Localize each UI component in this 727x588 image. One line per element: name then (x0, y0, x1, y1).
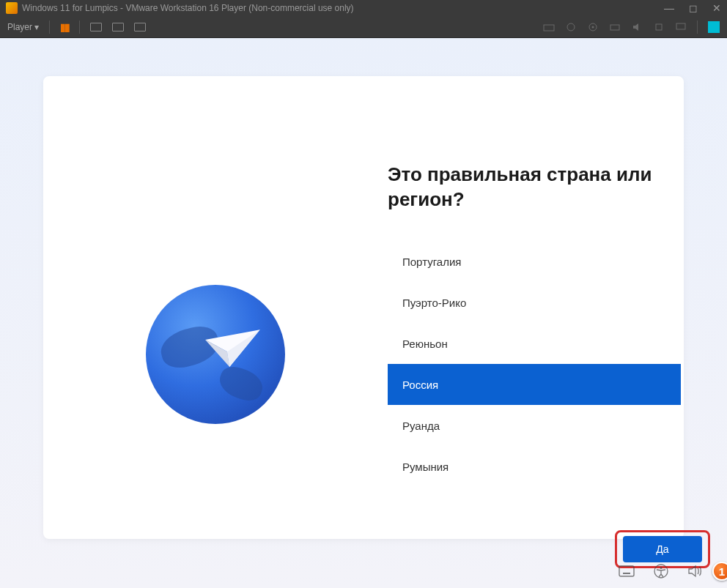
toolbar-separator (49, 21, 50, 34)
printer-icon[interactable] (609, 22, 621, 32)
send-ctrl-alt-del-icon[interactable] (90, 23, 102, 31)
volume-icon[interactable] (687, 565, 702, 581)
sound-icon[interactable] (631, 22, 643, 32)
network-adapter-icon[interactable] (543, 22, 555, 32)
oobe-footer (0, 562, 727, 584)
svg-rect-6 (676, 23, 685, 29)
list-item-selected[interactable]: Россия (388, 364, 681, 405)
svg-rect-4 (610, 25, 619, 30)
cd-icon[interactable] (587, 22, 599, 32)
unity-icon[interactable] (134, 23, 146, 31)
region-label: Россия (402, 379, 438, 391)
region-label: Румыния (402, 461, 449, 473)
oobe-panel: Это правильная страна или регион? Португ… (43, 76, 684, 539)
close-button[interactable]: ✕ (712, 2, 721, 14)
list-item[interactable]: Португалия (388, 241, 681, 282)
vmware-app-icon (6, 2, 18, 14)
paper-plane-icon (200, 319, 263, 375)
region-label: Руанда (402, 420, 440, 432)
toolbar-separator (79, 21, 80, 34)
region-label: Реюньон (402, 338, 448, 350)
list-item[interactable]: Румыния (388, 446, 681, 487)
svg-rect-5 (656, 24, 662, 30)
list-item[interactable]: Реюньон (388, 323, 681, 364)
globe-illustration (146, 285, 285, 424)
oobe-question: Это правильная страна или регион? (388, 163, 688, 212)
disk-icon[interactable] (565, 22, 577, 32)
list-item[interactable]: Руанда (388, 405, 681, 446)
minimize-button[interactable]: — (664, 2, 674, 14)
toolbar-separator (697, 21, 698, 34)
svg-rect-7 (619, 566, 634, 576)
pause-icon[interactable]: ▮▮ (60, 21, 69, 33)
region-list[interactable]: Португалия Пуэрто-Рико Реюньон Россия Ру… (388, 241, 681, 487)
accessibility-icon[interactable] (654, 564, 668, 581)
svg-point-1 (567, 23, 575, 31)
svg-rect-0 (544, 25, 554, 31)
list-item[interactable]: Пуэрто-Рико (388, 282, 681, 323)
vmware-titlebar: Windows 11 for Lumpics - VMware Workstat… (0, 0, 727, 16)
region-label: Пуэрто-Рико (402, 297, 466, 309)
maximize-button[interactable]: ◻ (689, 2, 698, 14)
usb-icon[interactable] (653, 22, 665, 32)
vmware-toolbar: Player ▾ ▮▮ (0, 16, 727, 38)
svg-point-14 (660, 567, 662, 569)
guest-screen: Это правильная страна или регион? Португ… (0, 38, 727, 588)
fullscreen-icon[interactable] (112, 23, 124, 31)
display-icon[interactable] (675, 22, 687, 32)
keyboard-icon[interactable] (619, 565, 635, 580)
player-menu[interactable]: Player ▾ (7, 22, 39, 32)
region-label: Португалия (402, 256, 461, 268)
vmware-window-title: Windows 11 for Lumpics - VMware Workstat… (22, 3, 354, 13)
notes-icon[interactable] (708, 21, 720, 33)
confirm-button[interactable]: Да (623, 536, 702, 562)
svg-point-3 (592, 26, 594, 28)
